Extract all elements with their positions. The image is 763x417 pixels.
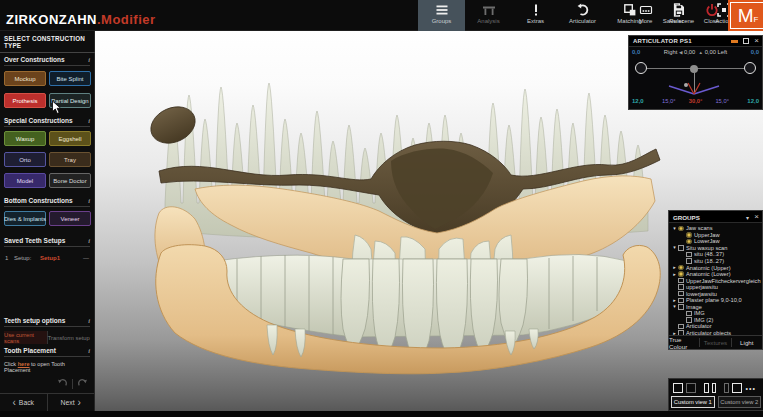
up-arrow-icon: ▲ [699, 50, 703, 55]
extras-icon [529, 3, 543, 17]
brand-product: .Modifier [97, 12, 156, 27]
expander-icon[interactable]: ▾ [671, 245, 678, 250]
eggshell-button[interactable]: Eggshell [49, 131, 91, 146]
saved-teeth-setups-header: iSaved Teeth Setups [4, 237, 90, 247]
articulator-icon [576, 3, 590, 17]
single-view-icon[interactable] [673, 383, 683, 393]
next-chevron-icon: › [78, 398, 81, 408]
light-button[interactable]: Light [732, 336, 762, 349]
collapse-setup-icon[interactable]: — [83, 255, 89, 261]
visibility-checkbox-icon[interactable] [678, 278, 684, 284]
more-views-icon[interactable]: ••• [746, 385, 756, 392]
info-icon[interactable]: i [88, 237, 90, 244]
expander-icon[interactable]: ▾ [671, 304, 678, 309]
info-icon[interactable]: i [88, 117, 90, 124]
expander-icon[interactable]: ▸ [671, 265, 678, 270]
veneer-button[interactable]: Veneer [49, 211, 91, 226]
view-layout-bar: ••• Custom view 1 Custom view 2 [668, 378, 763, 411]
visibility-checkbox-icon[interactable] [686, 252, 692, 258]
transform-setup-button[interactable]: Transform setup [48, 331, 91, 344]
save-scene-button[interactable]: Save scene [662, 0, 695, 31]
bone-doctor-button[interactable]: Bone Doctor [49, 173, 91, 188]
back-button[interactable]: ‹Back [0, 394, 47, 411]
visibility-eye-icon[interactable] [686, 239, 692, 245]
jaw-scan-group[interactable] [145, 83, 660, 374]
tray-button[interactable]: Tray [49, 152, 91, 167]
split-view-left-icon[interactable] [704, 383, 709, 393]
articulator-panel-title: ARTICULATOR PS1 [633, 38, 692, 44]
toolbar-analysis-button[interactable]: Analysis [465, 0, 512, 31]
tree-item-label: situ (18..27) [694, 258, 724, 264]
textures-button[interactable]: Textures [700, 336, 730, 349]
close-icon[interactable]: × [754, 36, 759, 45]
info-icon[interactable]: i [88, 317, 90, 324]
custom-view-2-button[interactable]: Custom view 2 [718, 396, 762, 408]
visibility-eye-icon[interactable] [678, 265, 684, 271]
articulator-value-top-right: 0,0 [751, 49, 759, 55]
custom-view-1-button[interactable]: Custom view 1 [671, 396, 715, 408]
mockup-button[interactable]: Mockup [4, 71, 46, 86]
visibility-checkbox-icon[interactable] [678, 298, 684, 304]
visibility-eye-icon[interactable] [678, 271, 684, 277]
articulator-top-readout: Right ◀ 0,00 ▲ 0,00 Left [629, 49, 762, 55]
toolbar-groups-button[interactable]: Groups [418, 0, 465, 31]
close-label: Close [704, 18, 719, 24]
info-icon[interactable]: i [88, 347, 90, 354]
single-view-alt-icon[interactable] [686, 383, 696, 393]
expander-icon[interactable]: ▸ [671, 272, 678, 277]
saved-setup-row[interactable]: 1 Setup: Setup1 — [4, 252, 90, 265]
more-button[interactable]: More [629, 0, 662, 31]
visibility-checkbox-icon[interactable] [678, 324, 684, 330]
combo-view-large-icon[interactable] [732, 383, 742, 393]
prothesis-button[interactable]: Prothesis [4, 93, 46, 108]
combo-view-small-icon[interactable] [724, 383, 729, 393]
visibility-checkbox-icon[interactable] [678, 245, 684, 251]
close-icon[interactable]: × [754, 212, 759, 221]
split-view-right-icon[interactable] [712, 383, 717, 393]
bottom-constructions-header: iBottom Constructions [4, 197, 90, 207]
visibility-checkbox-icon[interactable] [686, 258, 692, 264]
model-button[interactable]: Model [4, 173, 46, 188]
use-current-scans-button[interactable]: Use current scans [4, 331, 48, 344]
articulator-left-knob[interactable] [635, 62, 647, 74]
visibility-checkbox-icon[interactable] [686, 317, 692, 323]
toolbar-articulator-button[interactable]: Articulator [559, 0, 606, 31]
special-constructions-header: iSpecial Constructions [4, 117, 90, 127]
articulator-angle-gauge [664, 81, 724, 97]
sidebar-title: SELECT CONSTRUCTION TYPE [0, 35, 95, 53]
articulator-right-knob[interactable] [744, 62, 756, 74]
undo-icon[interactable] [57, 375, 68, 393]
orto-button[interactable]: Orto [4, 152, 46, 167]
app-logo-text: ZIRKONZAHN.Modifier [6, 12, 156, 27]
visibility-eye-icon[interactable] [686, 232, 692, 238]
setup-value[interactable]: Setup1 [40, 255, 60, 261]
undo-redo-controls [57, 375, 88, 393]
expander-icon[interactable]: ▾ [671, 226, 678, 231]
next-button[interactable]: Next› [48, 394, 95, 411]
visibility-checkbox-icon[interactable] [686, 311, 692, 317]
true-colour-button[interactable]: True Colour [669, 336, 699, 349]
minimize-icon[interactable] [731, 40, 738, 43]
bite-splint-button[interactable]: Bite Splint [49, 71, 91, 86]
visibility-checkbox-icon[interactable] [678, 284, 684, 290]
redo-icon[interactable] [77, 375, 88, 393]
info-icon[interactable]: i [88, 197, 90, 204]
collapse-panel-icon[interactable]: ▾ [746, 214, 749, 221]
groups-panel-titlebar[interactable]: GROUPS ▾ × [669, 211, 762, 223]
dies-implants-button[interactable]: Dies & Implants [4, 211, 46, 226]
articulator-panel-titlebar[interactable]: ARTICULATOR PS1 × [629, 36, 762, 47]
tree-item-label: LowerJaw [694, 238, 720, 244]
maximize-icon[interactable] [743, 38, 749, 44]
waxup-button[interactable]: Waxup [4, 131, 46, 146]
more-icon [639, 3, 653, 17]
visibility-checkbox-icon[interactable] [678, 291, 684, 297]
brand-company: ZIRKONZAHN [6, 12, 97, 27]
window-toolbar: More Save scene Close [629, 0, 728, 31]
info-icon[interactable]: i [88, 56, 90, 63]
visibility-checkbox-icon[interactable] [678, 304, 684, 310]
close-button[interactable]: Close [695, 0, 728, 31]
toolbar-extras-button[interactable]: Extras [512, 0, 559, 31]
expander-icon[interactable]: ▸ [671, 298, 678, 303]
visibility-eye-icon[interactable] [678, 226, 684, 232]
groups-panel-title: GROUPS [673, 214, 700, 221]
